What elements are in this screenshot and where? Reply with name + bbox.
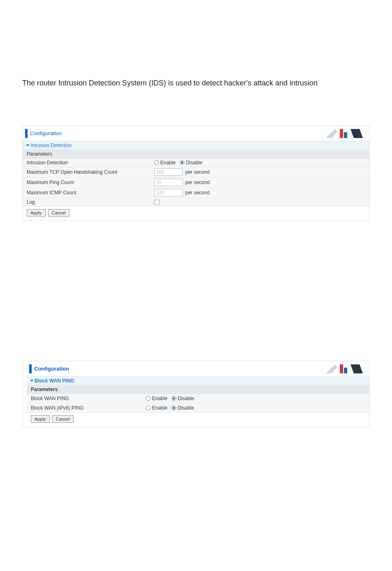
suffix-text: per second <box>185 169 210 175</box>
row-block-wan-ipv6-ping: Block WAN (IPv6) PING Enable Disable <box>27 403 369 413</box>
panel-header: Configuration <box>23 126 369 141</box>
row-label: Log <box>27 199 154 205</box>
radio-enable-label[interactable]: Enable <box>160 160 175 166</box>
cancel-button[interactable]: Cancel <box>52 415 74 423</box>
row-icmp-count: Maximum ICMP Count per second <box>23 188 369 198</box>
brand-logo-icon <box>325 363 366 375</box>
row-block-wan-ping: Block WAN PING Enable Disable <box>27 394 369 403</box>
row-label: Block WAN PING <box>31 396 146 401</box>
svg-marker-7 <box>350 364 363 373</box>
chevron-down-icon <box>26 145 30 147</box>
svg-marker-3 <box>350 129 363 138</box>
row-label: Intrusion Detection <box>27 160 154 166</box>
svg-rect-5 <box>340 364 343 373</box>
row-intrusion-detection: Intrusion Detection Enable Disable <box>23 159 369 167</box>
row-ping-count: Maximum Ping Count per second <box>23 177 369 188</box>
apply-button[interactable]: Apply <box>31 415 50 423</box>
configuration-panel-intrusion: Configuration Intrusion Detection Parame… <box>22 125 370 221</box>
row-tcp-count: Maximum TCP Open Handshaking Count per s… <box>23 167 369 177</box>
row-label: Maximum TCP Open Handshaking Count <box>27 169 154 175</box>
parameters-header: Parameters <box>27 385 369 394</box>
svg-marker-0 <box>326 129 337 138</box>
lead-text: The router Intrusion Detection System (I… <box>22 78 370 88</box>
section-title-block-wan[interactable]: Block WAN PING <box>27 377 369 385</box>
radio-enable[interactable] <box>146 396 151 401</box>
row-label: Maximum ICMP Count <box>27 190 154 196</box>
radio-disable-label[interactable]: Disable <box>186 160 202 166</box>
accent-bar <box>25 129 28 138</box>
radio-enable[interactable] <box>154 160 159 165</box>
radio-enable-label[interactable]: Enable <box>152 405 167 411</box>
apply-button[interactable]: Apply <box>27 209 46 216</box>
log-checkbox[interactable] <box>154 200 159 205</box>
radio-disable-label[interactable]: Disable <box>178 396 194 401</box>
row-label: Block WAN (IPv6) PING <box>31 405 146 411</box>
section-title-intrusion[interactable]: Intrusion Detection <box>23 141 369 150</box>
chevron-down-icon <box>30 380 34 382</box>
parameters-header: Parameters <box>23 150 369 159</box>
svg-rect-2 <box>344 132 347 138</box>
accent-bar <box>29 364 32 373</box>
svg-marker-4 <box>326 364 337 373</box>
section-title-label: Intrusion Detection <box>30 143 71 148</box>
button-row: Apply Cancel <box>27 413 369 427</box>
configuration-panel-block-wan: Configuration Block WAN PING Parameters … <box>22 361 370 427</box>
brand-logo-icon <box>325 127 366 140</box>
panel-title: Configuration <box>34 366 69 372</box>
svg-rect-6 <box>344 368 347 373</box>
radio-disable[interactable] <box>171 396 176 401</box>
cancel-button[interactable]: Cancel <box>48 209 69 216</box>
panel-header: Configuration <box>27 361 369 377</box>
panel-title: Configuration <box>30 130 62 136</box>
ping-count-input[interactable] <box>154 179 183 186</box>
radio-disable-label[interactable]: Disable <box>178 405 194 411</box>
tcp-count-input[interactable] <box>154 168 183 176</box>
radio-disable[interactable] <box>180 160 184 165</box>
button-row: Apply Cancel <box>23 207 369 221</box>
row-label: Maximum Ping Count <box>27 180 154 185</box>
svg-rect-1 <box>340 129 343 138</box>
section-title-label: Block WAN PING <box>35 378 74 384</box>
suffix-text: per second <box>185 190 210 196</box>
icmp-count-input[interactable] <box>154 189 183 196</box>
radio-enable[interactable] <box>146 405 151 410</box>
suffix-text: per second <box>185 180 210 185</box>
row-log: Log <box>23 198 369 207</box>
radio-enable-label[interactable]: Enable <box>152 396 167 401</box>
radio-disable[interactable] <box>171 405 176 410</box>
